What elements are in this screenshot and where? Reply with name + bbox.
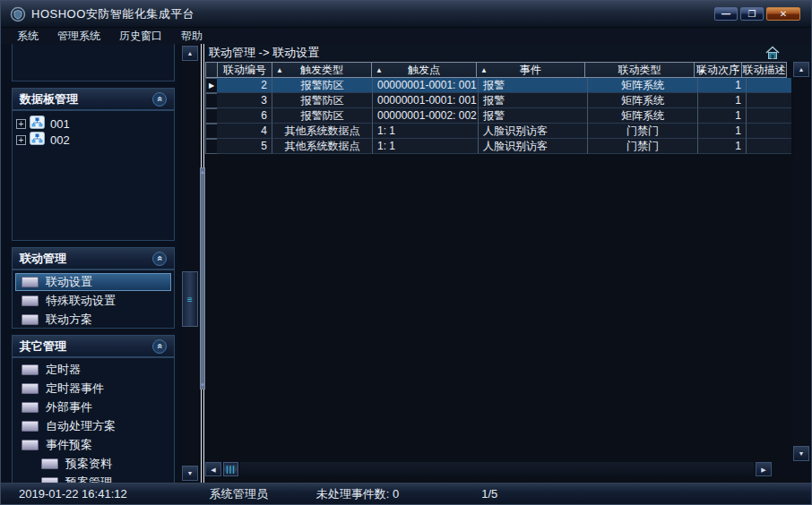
status-unprocessed-events: 未处理事件数: 0 bbox=[316, 486, 399, 502]
menu-item-management[interactable]: 管理系统 bbox=[52, 29, 106, 44]
column-header-6[interactable]: ▲联动次序 bbox=[694, 62, 742, 78]
sidebar-item-定时器事件[interactable]: 定时器事件 bbox=[15, 380, 171, 398]
column-header-label: 事件 bbox=[520, 63, 541, 78]
column-header-1[interactable]: 联动编号 bbox=[217, 62, 272, 78]
cell-order: 1 bbox=[698, 139, 747, 154]
collapse-chevron-icon[interactable]: « bbox=[152, 339, 167, 354]
cell-event: 人脸识别访客 bbox=[479, 124, 588, 139]
sitemap-icon bbox=[30, 132, 50, 148]
cell-order: 1 bbox=[698, 93, 747, 108]
sidebar-item-事件预案[interactable]: 事件预案 bbox=[15, 436, 171, 454]
menu-item-system[interactable]: 系统 bbox=[12, 29, 44, 44]
cell-num: 4 bbox=[217, 124, 272, 139]
table-vertical-scrollbar[interactable]: ▲ ▼ bbox=[791, 62, 811, 461]
collapse-chevron-icon[interactable]: « bbox=[152, 92, 167, 107]
breadcrumb-bar: 联动管理 -> 联动设置 bbox=[205, 44, 811, 62]
sort-arrow-icon: ▲ bbox=[480, 66, 488, 74]
column-header-label: 联动描述 bbox=[743, 63, 786, 78]
row-selector-cell[interactable]: ▶ bbox=[205, 78, 218, 93]
tree-expander-icon[interactable]: + bbox=[16, 119, 26, 129]
collapse-chevron-icon[interactable]: « bbox=[152, 252, 167, 266]
sidebar-scrollbar[interactable]: ▲ ≡ ▼ bbox=[180, 44, 200, 483]
sort-arrow-icon: ▲ bbox=[276, 66, 283, 74]
databoard-tree: +001+002 bbox=[12, 110, 175, 241]
sidebar-scroll-track[interactable]: ≡ bbox=[182, 62, 198, 465]
sidebar-item-自动处理方案[interactable]: 自动处理方案 bbox=[15, 417, 171, 435]
scroll-down-button[interactable]: ▼ bbox=[793, 446, 809, 461]
maximize-button[interactable]: ❐ bbox=[740, 7, 764, 21]
scroll-down-button[interactable]: ▼ bbox=[182, 466, 198, 481]
hscroll-thumb[interactable]: ||| bbox=[223, 462, 238, 476]
minimize-button[interactable]: — bbox=[714, 7, 738, 21]
current-row-marker-icon: ▶ bbox=[209, 81, 214, 90]
linkage-table: 联动编号▲触发类型▲触发点▲事件联动类型▲联动次序联动描述▶2报警防区00000… bbox=[205, 62, 791, 154]
scroll-left-button[interactable]: ◀ bbox=[205, 462, 221, 476]
sidebar-item-label: 预案资料 bbox=[65, 456, 112, 472]
table-row[interactable]: 3报警防区00000001-0001: 001报警矩阵系统1 bbox=[205, 93, 791, 108]
sidebar-item-外部事件[interactable]: 外部事件 bbox=[15, 398, 171, 416]
sidebar-item-label: 事件预案 bbox=[46, 437, 92, 453]
home-icon[interactable] bbox=[764, 45, 781, 61]
cell-ltype: 门禁门 bbox=[588, 124, 698, 139]
sidebar-empty-panel bbox=[12, 44, 175, 81]
table-row[interactable]: 6报警防区00000001-0002: 002报警矩阵系统1 bbox=[205, 108, 791, 124]
tree-item-001[interactable]: +001 bbox=[16, 116, 170, 132]
scroll-up-button[interactable]: ▲ bbox=[182, 46, 198, 61]
table-row[interactable]: ▶2报警防区00000001-0001: 001报警矩阵系统1 bbox=[205, 78, 791, 93]
close-button[interactable]: ✕ bbox=[766, 7, 800, 21]
menu-item-help[interactable]: 帮助 bbox=[176, 29, 208, 44]
cell-desc bbox=[747, 108, 791, 124]
column-header-4[interactable]: ▲事件 bbox=[476, 62, 585, 78]
title-bar[interactable]: HOSHOO安防智能化集成平台 — ❐ ✕ bbox=[1, 1, 811, 28]
table-row[interactable]: 4其他系统数据点1: 1人脸识别访客门禁门1 bbox=[205, 124, 791, 139]
cell-num: 2 bbox=[217, 78, 272, 93]
row-selector-cell[interactable] bbox=[205, 108, 218, 124]
hscroll-track[interactable] bbox=[240, 462, 754, 476]
table-horizontal-scrollbar[interactable]: ◀ ||| ▶ bbox=[205, 461, 811, 477]
group-header-databoard[interactable]: 数据板管理 « bbox=[12, 88, 175, 110]
sidebar-scroll-thumb[interactable]: ≡ bbox=[182, 271, 198, 327]
cell-ltype: 矩阵系统 bbox=[588, 78, 698, 93]
sidebar-splitter[interactable]: ▲ ▼ bbox=[200, 44, 205, 483]
sidebar-item-联动方案[interactable]: 联动方案 bbox=[15, 311, 171, 329]
status-datetime: 2019-01-22 16:41:12 bbox=[19, 487, 127, 501]
app-window: HOSHOO安防智能化集成平台 — ❐ ✕ 系统 管理系统 历史窗口 帮助 数据… bbox=[0, 0, 812, 505]
sidebar-item-联动设置[interactable]: 联动设置 bbox=[15, 273, 171, 291]
cell-num: 3 bbox=[217, 93, 272, 108]
splitter-handle[interactable]: ▲ ▼ bbox=[200, 167, 205, 389]
column-header-selector[interactable] bbox=[205, 62, 218, 78]
sidebar-item-预案管理[interactable]: 预案管理 bbox=[15, 474, 171, 483]
other-nav: 定时器定时器事件外部事件自动处理方案事件预案预案资料预案管理 bbox=[12, 357, 175, 483]
cell-desc bbox=[747, 78, 791, 93]
row-selector-cell[interactable] bbox=[205, 93, 218, 108]
row-selector-cell[interactable] bbox=[205, 139, 218, 154]
column-header-5[interactable]: 联动类型 bbox=[584, 62, 695, 78]
scrollbar-corner bbox=[772, 462, 811, 476]
sidebar-item-预案资料[interactable]: 预案资料 bbox=[15, 455, 171, 473]
tree-item-002[interactable]: +002 bbox=[16, 132, 170, 148]
cell-ltype: 门禁门 bbox=[588, 139, 698, 154]
sitemap-icon bbox=[30, 116, 50, 132]
scroll-right-button[interactable]: ▶ bbox=[756, 462, 772, 476]
cell-desc bbox=[747, 124, 791, 139]
menu-item-history[interactable]: 历史窗口 bbox=[114, 29, 168, 44]
tree-expander-icon[interactable]: + bbox=[16, 135, 26, 145]
panel-icon bbox=[22, 314, 39, 325]
column-header-2[interactable]: ▲触发类型 bbox=[272, 62, 372, 78]
table-row[interactable]: 5其他系统数据点1: 1人脸识别访客门禁门1 bbox=[205, 139, 791, 154]
column-header-3[interactable]: ▲触发点 bbox=[371, 62, 477, 78]
status-user: 系统管理员 bbox=[210, 486, 268, 502]
group-header-other[interactable]: 其它管理 « bbox=[12, 335, 175, 357]
sidebar-item-特殊联动设置[interactable]: 特殊联动设置 bbox=[15, 292, 171, 310]
group-header-linkage[interactable]: 联动管理 « bbox=[12, 247, 175, 270]
sidebar-item-定时器[interactable]: 定时器 bbox=[15, 361, 171, 379]
table-vscroll-track[interactable] bbox=[793, 78, 809, 445]
cell-ltype: 矩阵系统 bbox=[588, 93, 698, 108]
row-selector-cell[interactable] bbox=[205, 124, 218, 139]
panel-icon bbox=[22, 295, 39, 306]
group-title-databoard: 数据板管理 bbox=[20, 91, 78, 107]
scroll-up-button[interactable]: ▲ bbox=[793, 62, 809, 77]
column-header-label: 触发点 bbox=[408, 63, 440, 78]
cell-num: 6 bbox=[217, 108, 272, 124]
column-header-7[interactable]: 联动描述 bbox=[741, 62, 787, 78]
